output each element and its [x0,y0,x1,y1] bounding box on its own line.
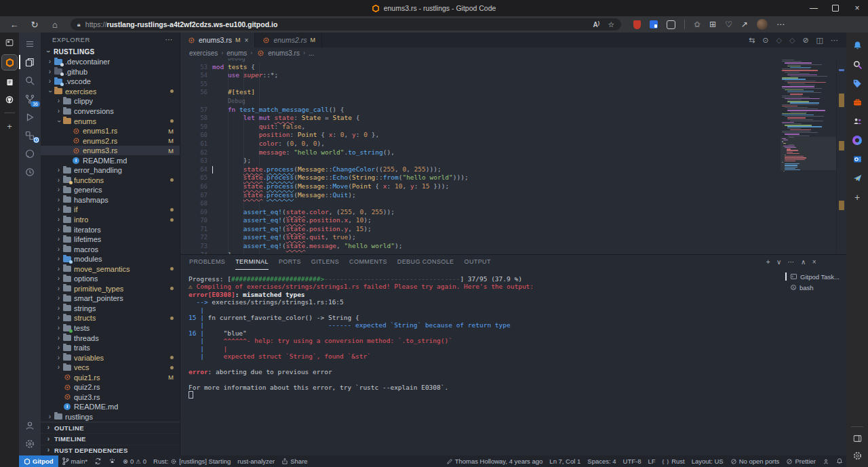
code-line[interactable]: 54 use super::*; [180,71,781,80]
status-rust-status[interactable]: Rust:[rustlings] Starting [150,455,234,467]
status-cursor-position[interactable]: Ln 7, Col 1 [546,455,584,467]
status-notifications[interactable] [833,455,846,467]
code-line[interactable]: 72 assert_eq!(state.quit, true); [180,233,781,242]
overview-ruler[interactable] [836,58,846,254]
tree-item-move-semantics[interactable]: ›move_semantics [41,264,180,274]
status-problems[interactable]: ⊗0⚠0 [119,455,150,467]
tree-item--github[interactable]: ›.github [41,67,180,77]
breadcrumb-item[interactable]: enums [226,49,247,57]
close-icon[interactable]: × [245,37,249,44]
activity-remote-explorer[interactable] [19,126,41,144]
tree-item-enums[interactable]: ›enums [41,116,180,126]
tab-enums3-rs[interactable]: enums3.rsM× [180,33,255,47]
collections-icon[interactable]: ⊞ [709,20,716,29]
tab-enums2-rs[interactable]: enums2.rsM [255,33,322,47]
compare-previous-icon[interactable]: ⊙ [762,36,768,45]
people-icon[interactable] [852,116,863,127]
tree-item-error-handling[interactable]: ›error_handling [41,165,180,176]
activity-github[interactable] [19,144,41,163]
status-sync[interactable] [91,455,105,467]
status-encoding[interactable]: UTF-8 [620,455,645,467]
open-changes-icon[interactable]: ⇆ [749,36,755,45]
status-prettier[interactable]: Prettier [783,455,819,467]
status-gitpod-badge[interactable]: Gitpod [19,455,58,467]
section-outline[interactable]: ›OUTLINE [41,422,180,434]
panel-tab-output[interactable]: OUTPUT [465,255,491,270]
split-editor-icon[interactable]: ◫ [816,36,823,45]
tree-item-lifetimes[interactable]: ›lifetimes [41,235,180,245]
tree-item-conversions[interactable]: ›conversions [41,106,180,117]
maximize-panel-icon[interactable]: ∧ [801,258,806,266]
status-language-mode[interactable]: { }Rust [659,455,688,467]
status-watch-paw[interactable] [105,455,119,467]
journal-tab[interactable] [3,76,16,88]
explorer-more-icon[interactable]: ⋯ [165,35,174,44]
more-actions-icon[interactable]: ⋯ [788,258,795,266]
code-line[interactable]: 73 assert_eq!(state.message, "hello worl… [180,242,781,251]
activity-run-debug[interactable] [19,108,41,126]
code-line[interactable]: 53mod tests { [180,63,781,72]
favorites-bar-icon[interactable]: ✩ [694,20,701,29]
terminal-output[interactable]: Progress: [#######################>-----… [180,269,785,455]
status-commit-info[interactable]: Thomas Holloway, 4 years ago [443,455,547,467]
tree-root-rustlings[interactable]: › RUSTLINGS [41,46,180,57]
breadcrumb-item[interactable]: enums3.rs [268,49,300,57]
code-line[interactable]: 60 position: Point { x: 0, y: 0 }, [180,131,781,140]
breadcrumb-item[interactable]: exercises [189,49,218,57]
tree-item-smart-pointers[interactable]: ›smart_pointers [41,293,180,304]
address-bar[interactable]: 🔒︎ https://rustlang-rustlings-a4t2wf2cdz… [71,18,621,31]
status-eol[interactable]: LF [644,455,658,467]
tree-item-vecs[interactable]: ›vecs [41,363,180,373]
terminal-dropdown-icon[interactable]: ∨ [776,258,782,266]
generic-extension-icon[interactable] [667,20,675,29]
tree-item-if[interactable]: ›if [41,205,180,215]
tree-item-rustlings[interactable]: ›rustlings [41,412,180,422]
terminal-entry-bash[interactable]: bash [785,282,846,293]
add-icon[interactable]: + [852,192,863,203]
tree-item--devcontainer[interactable]: ›.devcontainer [41,57,180,67]
tree-item-variables[interactable]: ›variables [41,352,180,363]
panel-tab-debug-console[interactable]: DEBUG CONSOLE [397,255,454,270]
tree-item-threads[interactable]: ›threads [41,333,180,343]
close-button[interactable]: × [846,0,868,16]
code-line[interactable]: 64 state.process(Message::ChangeColor((2… [180,165,781,174]
github-tab[interactable] [3,94,16,106]
code-line[interactable]: 56 #[test] [180,88,781,97]
toolbox-icon[interactable] [852,97,863,108]
tree-item-macros[interactable]: ›macros [41,244,180,254]
code-line[interactable]: 69 assert_eq!(state.color, (255, 0, 255)… [180,208,781,217]
status-keyboard-layout[interactable]: Layout: US [688,455,727,467]
panel-tab-gitlens[interactable]: GITLENS [311,255,339,270]
password-extension-icon[interactable] [650,20,658,28]
back-icon[interactable]: ← [5,20,23,30]
code-line[interactable]: 67 state.process(Message::Quit); [180,191,781,200]
code-line[interactable]: 70 assert_eq!(state.position.x, 10); [180,216,781,225]
tree-item-exercises[interactable]: ›exercises [41,87,180,97]
code-line[interactable]: 65 state.process(Message::Echo(String::f… [180,174,781,182]
tree-item-enums2-rs[interactable]: enums2.rsM [41,136,180,146]
section-rust-dependencies[interactable]: ›RUST DEPENDENCIES [41,445,180,456]
tree-item-intro[interactable]: ›intro [41,215,180,225]
code-line[interactable]: 57 fn test_match_message_call() { [180,106,781,115]
browser-essentials-icon[interactable]: ♡ [725,20,732,29]
url-text[interactable]: https://rustlang-rustlings-a4t2wf2cdzs.w… [85,20,278,28]
tree-item-hashmaps[interactable]: ›hashmaps [41,195,180,205]
panel-toggle-icon[interactable] [852,433,863,444]
tree-item-quiz1-rs[interactable]: quiz1.rsM [41,373,180,383]
code-line[interactable]: 58 let mut state: State = State { [180,114,781,123]
gitpod-tab[interactable] [1,54,18,70]
tree-item-strings[interactable]: ›strings [41,304,180,314]
profile-avatar-icon[interactable] [757,19,768,30]
new-tab-icon[interactable]: + [3,120,16,132]
codelens-debug[interactable]: Debug [212,58,245,62]
code-line[interactable]: 74 } [180,251,781,254]
tree-item-tests[interactable]: ›tests [41,323,180,333]
panel-tab-ports[interactable]: PORTS [279,255,301,270]
next-change-icon[interactable]: ◇ [789,36,795,45]
tag-icon[interactable] [852,78,863,89]
outlook-icon[interactable] [852,154,863,165]
more-menu-icon[interactable]: ⋯ [776,20,785,29]
share-icon[interactable]: ↗ [741,20,748,29]
code-line[interactable]: 55 [180,80,781,89]
tree-item-iterators[interactable]: ›iterators [41,224,180,235]
